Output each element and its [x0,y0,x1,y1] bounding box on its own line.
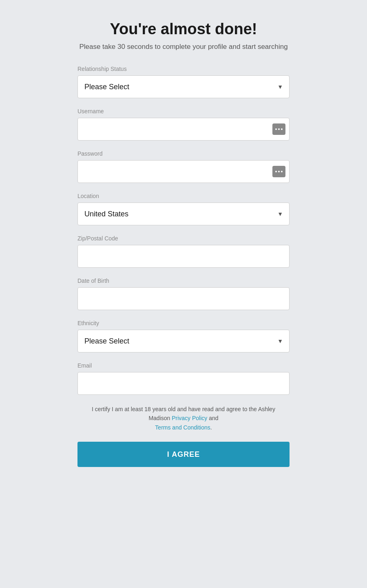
agree-button[interactable]: I AGREE [77,442,290,467]
dots-icon [275,128,283,130]
page-title: You're almost done! [110,20,257,38]
zip-code-field: Zip/Postal Code [77,235,290,268]
ethnicity-select-wrapper: Please Select White / Caucasian Black / … [77,330,290,352]
privacy-policy-link[interactable]: Privacy Policy [172,415,207,421]
ethnicity-select[interactable]: Please Select White / Caucasian Black / … [77,330,290,352]
email-label: Email [77,362,290,369]
date-of-birth-field: Date of Birth [77,277,290,310]
password-dot-1 [275,171,277,172]
dot-3 [281,128,283,130]
username-field: Username [77,108,290,141]
page-container: You're almost done! Please take 30 secon… [0,16,367,564]
ethnicity-label: Ethnicity [77,320,290,326]
username-input[interactable] [77,118,290,141]
ethnicity-field: Ethnicity Please Select White / Caucasia… [77,320,290,352]
email-field: Email [77,362,290,395]
password-input-wrapper [77,160,290,183]
password-input[interactable] [77,160,290,183]
username-input-wrapper [77,118,290,141]
relationship-status-label: Relationship Status [77,66,290,72]
cert-text-after: . [210,424,212,431]
location-label: Location [77,193,290,199]
relationship-status-select-wrapper: Please Select Single Married In a Relati… [77,75,290,98]
profile-form: Relationship Status Please Select Single… [77,66,290,467]
terms-conditions-link[interactable]: Terms and Conditions [155,424,210,431]
date-of-birth-input[interactable] [77,287,290,310]
date-of-birth-label: Date of Birth [77,277,290,284]
zip-code-label: Zip/Postal Code [77,235,290,242]
relationship-status-select[interactable]: Please Select Single Married In a Relati… [77,75,290,98]
username-dots-button[interactable] [272,123,285,135]
page-subtitle: Please take 30 seconds to complete your … [79,43,287,51]
password-label: Password [77,150,290,157]
password-dots-button[interactable] [272,166,285,177]
cert-text-between: and [207,415,218,421]
username-label: Username [77,108,290,115]
dot-2 [278,128,280,130]
relationship-status-field: Relationship Status Please Select Single… [77,66,290,98]
location-select[interactable]: United States Canada United Kingdom Aust… [77,203,290,225]
certification-text: I certify I am at least 18 years old and… [77,405,290,432]
location-select-wrapper: United States Canada United Kingdom Aust… [77,203,290,225]
location-field: Location United States Canada United Kin… [77,193,290,225]
password-dot-2 [278,171,280,172]
email-input[interactable] [77,372,290,395]
zip-code-input[interactable] [77,245,290,268]
password-dot-3 [281,171,283,172]
dot-1 [275,128,277,130]
password-dots-icon [275,171,283,172]
password-field: Password [77,150,290,183]
